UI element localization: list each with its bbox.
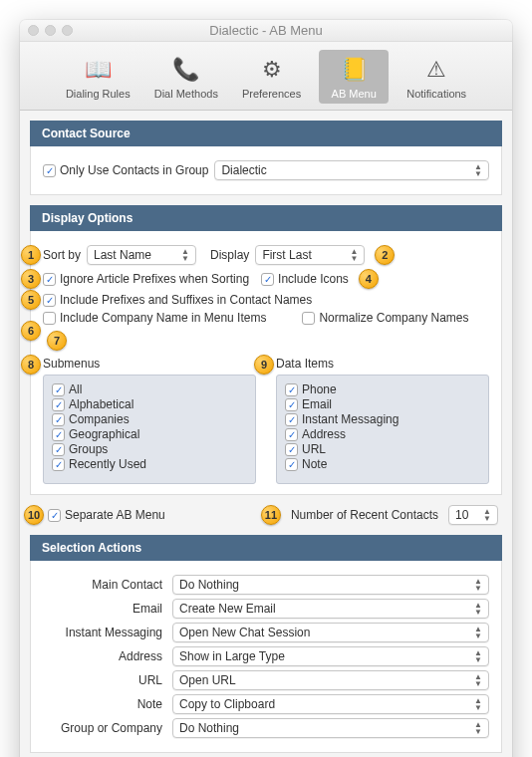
action-select[interactable]: Open URL▲▼: [172, 670, 489, 690]
action-row: Group or CompanyDo Nothing▲▼: [43, 718, 489, 738]
toolbar-label: AB Menu: [332, 88, 377, 100]
badge-3: 3: [21, 269, 41, 289]
include-icons-checkbox[interactable]: Include Icons: [261, 272, 349, 286]
submenu-item-geographical[interactable]: Geographical: [52, 427, 247, 441]
checkbox-icon: [285, 383, 298, 396]
separate-ab-checkbox[interactable]: Separate AB Menu: [48, 508, 165, 522]
dataitem-email[interactable]: Email: [285, 397, 480, 411]
toolbar-icon: 📒: [335, 54, 373, 86]
chevron-updown-icon: ▲▼: [474, 163, 482, 177]
checkbox-icon: [52, 428, 65, 441]
include-prefix-checkbox[interactable]: Include Prefixes and Suffixes in Contact…: [43, 293, 312, 307]
chevron-updown-icon: ▲▼: [474, 602, 482, 616]
chevron-updown-icon: ▲▼: [474, 697, 482, 711]
checkbox-icon: [52, 443, 65, 456]
action-row: Instant MessagingOpen New Chat Session▲▼: [43, 623, 489, 642]
submenu-item-companies[interactable]: Companies: [52, 412, 247, 426]
checkbox-icon: [52, 383, 65, 396]
badge-1: 1: [21, 245, 41, 265]
submenu-item-recently-used[interactable]: Recently Used: [52, 457, 247, 471]
toolbar-ab-menu[interactable]: 📒AB Menu: [319, 50, 389, 104]
close-icon[interactable]: [28, 25, 39, 36]
action-row: AddressShow in Large Type▲▼: [43, 646, 489, 666]
action-select[interactable]: Open New Chat Session▲▼: [172, 623, 489, 642]
checkbox-icon: [52, 398, 65, 411]
submenu-item-all[interactable]: All: [52, 382, 247, 396]
group-select[interactable]: Dialectic ▲▼: [214, 160, 489, 180]
badge-9: 9: [254, 355, 274, 375]
checkbox-icon: [52, 458, 65, 471]
submenu-item-alphabetical[interactable]: Alphabetical: [52, 397, 247, 411]
badge-10: 10: [24, 505, 44, 525]
minimize-icon[interactable]: [45, 25, 56, 36]
action-label: Address: [43, 649, 172, 663]
toolbar-notifications[interactable]: ⚠︎Notifications: [400, 50, 472, 104]
action-label: Note: [43, 697, 172, 711]
recent-count-select[interactable]: 10 ▲▼: [448, 505, 498, 525]
submenus-list[interactable]: AllAlphabeticalCompaniesGeographicalGrou…: [43, 375, 256, 484]
submenus-header: Submenus: [43, 357, 256, 371]
toolbar-label: Dialing Rules: [66, 88, 131, 100]
toolbar-preferences[interactable]: ⚙︎Preferences: [236, 50, 307, 104]
toolbar-label: Notifications: [406, 88, 466, 100]
action-row: URLOpen URL▲▼: [43, 670, 489, 690]
section-contact-source-header: Contact Source: [30, 121, 502, 146]
checkbox-icon: [285, 413, 298, 426]
badge-5: 5: [21, 290, 41, 310]
window-controls[interactable]: [28, 25, 73, 36]
window-title: Dialectic - AB Menu: [209, 23, 322, 38]
chevron-updown-icon: ▲▼: [474, 649, 482, 663]
section-selection-actions: Main ContactDo Nothing▲▼EmailCreate New …: [30, 561, 502, 753]
action-label: Email: [43, 602, 172, 616]
action-select[interactable]: Show in Large Type▲▼: [172, 646, 489, 666]
chevron-updown-icon: ▲▼: [474, 673, 482, 687]
chevron-updown-icon: ▲▼: [474, 578, 482, 592]
section-contact-source: Only Use Contacts in Group Dialectic ▲▼: [30, 146, 502, 195]
chevron-updown-icon: ▲▼: [474, 626, 482, 639]
zoom-icon[interactable]: [62, 25, 73, 36]
action-row: EmailCreate New Email▲▼: [43, 599, 489, 619]
normalize-company-checkbox[interactable]: Normalize Company Names: [302, 311, 468, 325]
action-select[interactable]: Do Nothing▲▼: [172, 718, 489, 738]
toolbar-dial-methods[interactable]: 📞Dial Methods: [148, 50, 224, 104]
window: Dialectic - AB Menu 📖Dialing Rules📞Dial …: [20, 20, 512, 757]
dataitem-address[interactable]: Address: [285, 427, 480, 441]
include-company-checkbox[interactable]: Include Company Name in Menu Items: [43, 311, 266, 325]
checkbox-icon: [48, 509, 61, 522]
dataitem-note[interactable]: Note: [285, 457, 480, 471]
section-selection-actions-header: Selection Actions: [30, 535, 502, 561]
dataitem-phone[interactable]: Phone: [285, 382, 480, 396]
section-display-options: 1 Sort by Last Name ▲▼ Display First Las…: [30, 231, 502, 495]
dataitems-list[interactable]: PhoneEmailInstant MessagingAddressURLNot…: [276, 375, 489, 484]
only-group-checkbox[interactable]: Only Use Contacts in Group: [43, 163, 208, 177]
toolbar-icon: ⚙︎: [253, 54, 291, 86]
section-display-options-header: Display Options: [30, 205, 502, 231]
badge-4: 4: [359, 269, 379, 289]
dataitems-header: Data Items: [276, 357, 489, 371]
badge-7: 7: [47, 331, 67, 351]
action-select[interactable]: Create New Email▲▼: [172, 599, 489, 619]
action-label: Instant Messaging: [43, 626, 172, 639]
display-select[interactable]: First Last ▲▼: [255, 245, 365, 265]
action-row: Main ContactDo Nothing▲▼: [43, 575, 489, 595]
checkbox-icon: [43, 312, 56, 325]
recent-label: Number of Recent Contacts: [291, 508, 438, 522]
checkbox-icon: [285, 398, 298, 411]
dataitem-instant-messaging[interactable]: Instant Messaging: [285, 412, 480, 426]
titlebar: Dialectic - AB Menu: [20, 20, 512, 42]
action-select[interactable]: Copy to Clipboard▲▼: [172, 694, 489, 714]
sortby-select[interactable]: Last Name ▲▼: [87, 245, 196, 265]
toolbar-dialing-rules[interactable]: 📖Dialing Rules: [60, 50, 136, 104]
action-label: Main Contact: [43, 578, 172, 592]
dataitem-url[interactable]: URL: [285, 442, 480, 456]
chevron-updown-icon: ▲▼: [181, 248, 189, 262]
ignore-article-checkbox[interactable]: Ignore Article Prefixes when Sorting: [43, 272, 249, 286]
sortby-label: Sort by: [43, 248, 81, 262]
submenu-item-groups[interactable]: Groups: [52, 442, 247, 456]
checkbox-icon: [43, 273, 56, 286]
chevron-updown-icon: ▲▼: [483, 508, 491, 522]
action-select[interactable]: Do Nothing▲▼: [172, 575, 489, 595]
checkbox-icon: [43, 294, 56, 307]
checkbox-icon: [285, 458, 298, 471]
badge-6: 6: [21, 321, 41, 341]
